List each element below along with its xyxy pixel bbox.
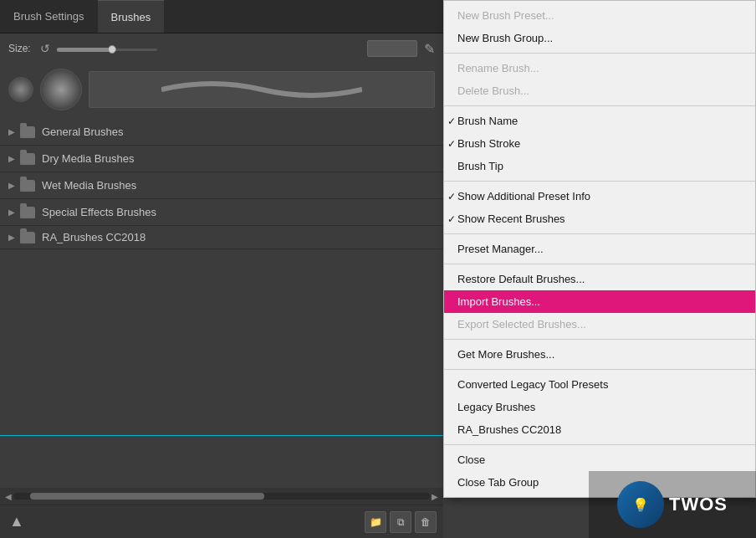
menu-item-delete-brush[interactable]: Delete Brush...: [444, 79, 755, 102]
menu-item-brush-stroke[interactable]: ✓ Brush Stroke: [444, 132, 755, 155]
bottom-toolbar: ▲ 📁 ⧉ 🗑: [0, 505, 443, 538]
brush-thumb-small: [8, 77, 33, 102]
menu-separator-7: [444, 369, 755, 370]
menu-item-new-brush-group[interactable]: New Brush Group...: [444, 27, 755, 49]
menu-separator-3: [444, 181, 755, 182]
menu-item-restore-default-brushes[interactable]: Restore Default Brushes...: [444, 268, 755, 290]
brush-group-dry[interactable]: ▶ Dry Media Brushes: [0, 146, 443, 172]
brush-thumb-large: [40, 69, 82, 110]
menu-label-new-brush-preset: New Brush Preset...: [457, 9, 554, 22]
size-value-input[interactable]: [367, 40, 417, 57]
group-label-dry: Dry Media Brushes: [42, 152, 135, 165]
menu-label-legacy-brushes: Legacy Brushes: [457, 401, 535, 413]
menu-label-close-tab-group: Close Tab Group: [457, 476, 539, 489]
menu-separator-6: [444, 339, 755, 340]
menu-item-converted-legacy[interactable]: Converted Legacy Tool Presets: [444, 373, 755, 396]
group-label-ra: RA_Brushes CC2018: [42, 231, 146, 243]
horizontal-scrollbar[interactable]: ◀ ▶: [0, 488, 443, 505]
menu-label-restore-default-brushes: Restore Default Brushes...: [457, 273, 585, 285]
scroll-track-h[interactable]: [13, 493, 430, 500]
menu-item-show-additional-preset-info[interactable]: ✓ Show Additional Preset Info: [444, 185, 755, 208]
watermark-text: TWOS: [669, 494, 728, 515]
menu-label-brush-stroke: Brush Stroke: [457, 137, 520, 150]
menu-separator-1: [444, 53, 755, 54]
folder-icon-general: [20, 126, 35, 138]
watermark-logo-icon: 💡: [632, 497, 649, 513]
menu-item-new-brush-preset[interactable]: New Brush Preset...: [444, 4, 755, 27]
scroll-right-btn[interactable]: ▶: [430, 488, 440, 505]
menu-label-export-selected-brushes: Export Selected Brushes...: [457, 318, 586, 330]
brush-preview-area: [0, 64, 443, 115]
check-brush-name: ✓: [447, 115, 456, 127]
menu-item-show-recent-brushes[interactable]: ✓ Show Recent Brushes: [444, 208, 755, 230]
chevron-wet: ▶: [8, 181, 15, 190]
menu-item-legacy-brushes[interactable]: Legacy Brushes: [444, 396, 755, 418]
menu-item-rename-brush[interactable]: Rename Brush...: [444, 57, 755, 79]
brushes-panel: Size: ↺ ✎ ▶ General Brushes ▶: [0, 33, 443, 538]
scroll-left-btn[interactable]: ◀: [3, 488, 13, 505]
size-slider-container: [57, 47, 360, 51]
menu-item-import-brushes[interactable]: Import Brushes...: [444, 290, 755, 313]
size-slider-track[interactable]: [57, 49, 157, 51]
menu-item-close[interactable]: Close: [444, 448, 755, 471]
context-menu: New Brush Preset... New Brush Group... R…: [443, 0, 756, 498]
brush-group-ra[interactable]: ▶ RA_Brushes CC2018: [0, 226, 443, 249]
chevron-ra: ▶: [8, 233, 15, 242]
brush-tip-indicator: ▲: [7, 512, 27, 532]
new-group-button[interactable]: 📁: [365, 511, 386, 533]
delete-button[interactable]: 🗑: [415, 511, 437, 533]
menu-label-ra-brushes: RA_Brushes CC2018: [457, 423, 561, 436]
cyan-line: [0, 435, 443, 436]
menu-item-get-more-brushes[interactable]: Get More Brushes...: [444, 343, 755, 366]
check-brush-stroke: ✓: [447, 138, 456, 150]
chevron-special: ▶: [8, 208, 15, 217]
edit-size-icon[interactable]: ✎: [424, 41, 435, 57]
folder-icon-special: [20, 207, 35, 218]
menu-separator-8: [444, 444, 755, 445]
menu-item-brush-name[interactable]: ✓ Brush Name: [444, 110, 755, 132]
watermark-logo-circle: 💡: [617, 481, 664, 528]
folder-icon-dry: [20, 153, 35, 165]
duplicate-icon: ⧉: [397, 516, 405, 528]
group-label-wet: Wet Media Brushes: [42, 179, 136, 192]
menu-item-export-selected-brushes[interactable]: Export Selected Brushes...: [444, 313, 755, 336]
menu-label-new-brush-group: New Brush Group...: [457, 32, 553, 44]
reset-size-icon[interactable]: ↺: [40, 42, 50, 55]
brush-group-special[interactable]: ▶ Special Effects Brushes: [0, 199, 443, 226]
tab-brush-settings[interactable]: Brush Settings: [0, 0, 98, 33]
menu-separator-4: [444, 233, 755, 234]
tab-brush-settings-label: Brush Settings: [13, 10, 84, 23]
duplicate-button[interactable]: ⧉: [390, 511, 411, 533]
menu-label-brush-name: Brush Name: [457, 115, 518, 127]
scroll-thumb-h[interactable]: [30, 493, 264, 500]
menu-item-ra-brushes[interactable]: RA_Brushes CC2018: [444, 418, 755, 441]
menu-item-brush-tip[interactable]: Brush Tip: [444, 155, 755, 177]
chevron-general: ▶: [8, 127, 15, 136]
new-group-icon: 📁: [370, 516, 382, 528]
check-show-recent: ✓: [447, 213, 456, 225]
delete-icon: 🗑: [421, 516, 431, 528]
check-show-additional: ✓: [447, 191, 456, 202]
menu-item-preset-manager[interactable]: Preset Manager...: [444, 238, 755, 260]
menu-label-converted-legacy: Converted Legacy Tool Presets: [457, 378, 608, 391]
menu-label-show-recent-brushes: Show Recent Brushes: [457, 213, 565, 225]
size-label: Size:: [8, 43, 33, 54]
chevron-dry: ▶: [8, 154, 15, 163]
brush-group-wet[interactable]: ▶ Wet Media Brushes: [0, 172, 443, 199]
menu-label-get-more-brushes: Get More Brushes...: [457, 348, 554, 361]
menu-label-preset-manager: Preset Manager...: [457, 243, 544, 255]
group-label-general: General Brushes: [42, 126, 124, 138]
brush-stroke-preview: [89, 71, 435, 108]
watermark: 💡 TWOS: [589, 471, 756, 538]
brush-list: ▶ General Brushes ▶ Dry Media Brushes ▶ …: [0, 119, 443, 249]
group-label-special: Special Effects Brushes: [42, 206, 156, 218]
tab-brushes-label: Brushes: [111, 11, 151, 23]
menu-separator-2: [444, 105, 755, 106]
menu-label-rename-brush: Rename Brush...: [457, 62, 539, 74]
menu-label-show-additional-preset-info: Show Additional Preset Info: [457, 190, 590, 202]
folder-icon-wet: [20, 180, 35, 192]
brush-group-general[interactable]: ▶ General Brushes: [0, 119, 443, 146]
tab-brushes[interactable]: Brushes: [98, 0, 165, 33]
menu-label-brush-tip: Brush Tip: [457, 160, 503, 172]
menu-label-import-brushes: Import Brushes...: [457, 295, 540, 308]
